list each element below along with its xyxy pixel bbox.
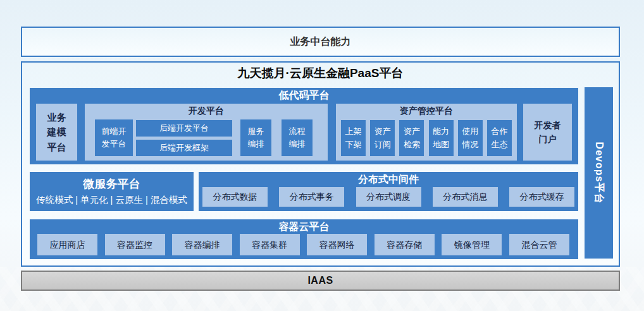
microservice-platform-box: 微服务平台 传统模式 | 单元化 | 云原生 | 混合模式 [30, 172, 194, 211]
devops-platform-label: Devops平台 [592, 142, 605, 204]
middleware-item-scheduling: 分布式调度 [356, 187, 421, 207]
middleware-item-transaction: 分布式事务 [279, 187, 344, 207]
architecture-diagram: 业务中台能力 九天揽月·云原生金融PaaS平台 低代码平台 业务建模平台 开发平… [0, 0, 644, 311]
business-middle-platform-label: 业务中台能力 [290, 35, 351, 49]
asset-item-ecosystem: 合作生态 [487, 120, 512, 156]
container-cloud-platform-box: 容器云平台 应用商店 容器监控 容器编排 容器集群 容器网络 容器存储 镜像管理… [30, 219, 578, 259]
dev-platform-title: 开发平台 [85, 106, 328, 117]
asset-item-listing: 上架下架 [341, 120, 366, 156]
middleware-item-cache: 分布式缓存 [509, 187, 574, 207]
business-middle-platform-box: 业务中台能力 [21, 27, 620, 57]
asset-control-items: 上架下架 资产订阅 资产检索 能力地图 使用情况 合作生态 [341, 120, 512, 156]
business-modeling-platform: 业务建模平台 [36, 104, 77, 161]
cc-item-app-store: 应用商店 [37, 234, 97, 255]
cc-item-network: 容器网络 [307, 234, 367, 255]
cc-item-hybrid-cloud: 混合云管 [509, 234, 569, 255]
asset-control-platform-title: 资产管控平台 [336, 106, 517, 117]
asset-item-usage: 使用情况 [458, 120, 483, 156]
cc-item-monitoring: 容器监控 [105, 234, 165, 255]
lowcode-platform-box: 低代码平台 业务建模平台 开发平台 前端开发平台 后端开发平台 后端开发框架 服… [30, 88, 578, 164]
frontend-dev-platform: 前端开发平台 [95, 119, 133, 156]
middleware-item-data: 分布式数据 [202, 187, 268, 207]
iaas-label: IAAS [307, 275, 333, 286]
cc-item-orchestration: 容器编排 [172, 234, 232, 255]
developer-portal: 开发者门户 [523, 104, 572, 161]
cc-item-image-management: 镜像管理 [442, 234, 502, 255]
microservice-platform-title: 微服务平台 [30, 176, 194, 192]
backend-dev-platform: 后端开发平台 [136, 120, 232, 137]
devops-platform-bar: Devops平台 [585, 87, 613, 259]
cc-item-storage: 容器存储 [375, 234, 435, 255]
paas-platform-title: 九天揽月·云原生金融PaaS平台 [22, 65, 619, 82]
backend-dev-framework: 后端开发框架 [136, 140, 232, 156]
lowcode-platform-title: 低代码平台 [30, 89, 578, 102]
backend-stack: 后端开发平台 后端开发框架 [136, 120, 232, 156]
asset-item-subscription: 资产订阅 [370, 120, 395, 156]
distributed-middleware-box: 分布式中间件 分布式数据 分布式事务 分布式调度 分布式消息 分布式缓存 [199, 172, 578, 211]
middleware-item-messaging: 分布式消息 [433, 187, 498, 207]
asset-item-search: 资产检索 [399, 120, 424, 156]
asset-control-platform-group: 资产管控平台 上架下架 资产订阅 资产检索 能力地图 使用情况 合作生态 [336, 104, 517, 161]
paas-platform-box: 九天揽月·云原生金融PaaS平台 低代码平台 业务建模平台 开发平台 前端开发平… [21, 61, 620, 267]
cc-item-cluster: 容器集群 [240, 234, 300, 255]
service-orchestration: 服务编排 [240, 119, 271, 156]
microservice-platform-modes: 传统模式 | 单元化 | 云原生 | 混合模式 [30, 194, 194, 206]
middleware-items: 分布式数据 分布式事务 分布式调度 分布式消息 分布式缓存 [202, 187, 574, 207]
dev-platform-group: 开发平台 前端开发平台 后端开发平台 后端开发框架 服务编排 流程编排 [85, 104, 328, 161]
asset-item-capability-map: 能力地图 [429, 120, 454, 156]
container-cloud-platform-title: 容器云平台 [30, 221, 578, 234]
distributed-middleware-title: 分布式中间件 [199, 173, 578, 186]
iaas-bar: IAAS [21, 271, 620, 291]
process-orchestration: 流程编排 [282, 119, 313, 156]
container-cloud-items: 应用商店 容器监控 容器编排 容器集群 容器网络 容器存储 镜像管理 混合云管 [37, 234, 569, 255]
